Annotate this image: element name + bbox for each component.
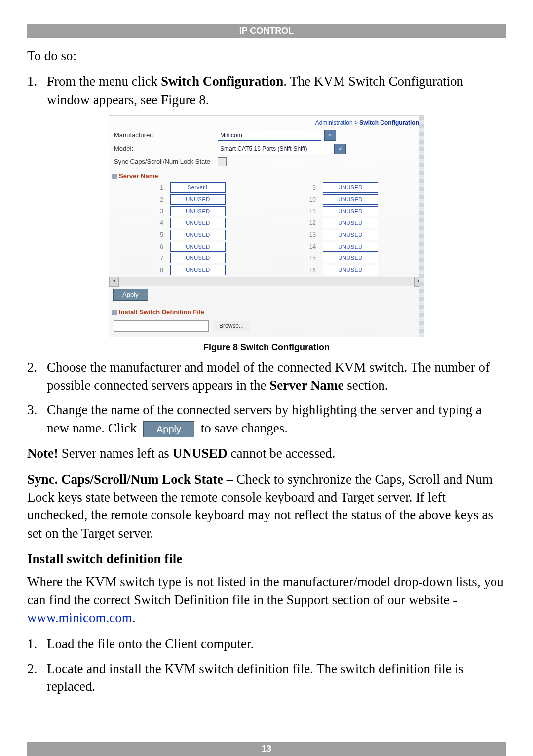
page-content: To do so: 1. From the menu click Switch … <box>0 38 533 695</box>
bold-text: Server Name <box>269 378 343 393</box>
server-index: 2 <box>114 196 170 204</box>
intro-text: To do so: <box>27 47 506 65</box>
server-grid: 1Server12UNUSED3UNUSED4UNUSED5UNUSED6UNU… <box>109 181 424 277</box>
website-link[interactable]: www.minicom.com <box>27 611 132 625</box>
server-name-cell[interactable]: UNUSED <box>323 218 378 228</box>
steps-list-a: 1. From the menu click Switch Configurat… <box>27 72 506 108</box>
server-name-header: Server Name <box>109 168 424 181</box>
file-path-input[interactable] <box>114 320 209 332</box>
step-number: 1. <box>27 72 47 108</box>
server-name-cell[interactable]: UNUSED <box>170 194 226 205</box>
server-name-cell[interactable]: UNUSED <box>170 206 226 216</box>
server-index: 6 <box>114 243 170 251</box>
step-body: Choose the manufacturer and model of the… <box>47 359 506 395</box>
model-label: Model: <box>114 144 218 153</box>
server-name-cell[interactable]: UNUSED <box>170 242 226 252</box>
step-body: Load the file onto the Client computer. <box>47 635 506 652</box>
server-index: 7 <box>114 254 170 262</box>
server-name-cell[interactable]: UNUSED <box>170 230 226 240</box>
server-index: 9 <box>266 184 323 192</box>
manufacturer-select[interactable]: Minicom <box>218 130 321 141</box>
step-number: 2. <box>27 359 47 395</box>
step-body: From the menu click Switch Configuration… <box>47 72 506 108</box>
step-number: 1. <box>27 635 47 652</box>
text: Where the KVM switch type is not listed … <box>27 575 504 607</box>
step-body: Locate and install the KVM switch defini… <box>47 660 506 696</box>
note-label: Note! <box>27 446 58 461</box>
server-name-cell[interactable]: UNUSED <box>323 265 378 275</box>
server-index: 15 <box>266 254 323 262</box>
inline-apply-button: Apply <box>143 421 194 437</box>
server-index: 4 <box>114 219 170 227</box>
server-name-cell[interactable]: Server1 <box>170 182 226 193</box>
server-index: 13 <box>266 231 323 239</box>
browse-button[interactable]: Browse... <box>213 321 250 331</box>
sync-lock-label: Sync Caps/Scroll/Num Lock State <box>114 157 218 166</box>
server-name-cell[interactable]: UNUSED <box>170 265 226 275</box>
sync-paragraph: Sync. Caps/Scroll/Num Lock State – Check… <box>27 470 506 542</box>
bold-text: Sync. Caps/Scroll/Num Lock State <box>27 472 223 487</box>
window-right-edge-deco <box>419 116 424 337</box>
text: section. <box>344 378 388 393</box>
breadcrumb-path: Administration > <box>315 119 360 126</box>
server-name-cell[interactable]: UNUSED <box>170 253 226 263</box>
page-header: IP CONTROL <box>27 24 506 38</box>
server-name-cell[interactable]: UNUSED <box>323 242 378 252</box>
manufacturer-label: Manufacturer: <box>114 131 218 140</box>
breadcrumb: Administration > Switch Configuration <box>109 116 424 128</box>
text: . <box>132 611 136 625</box>
steps-list-a-cont: 2. Choose the manufacturer and model of … <box>27 359 506 438</box>
server-index: 12 <box>266 219 323 227</box>
breadcrumb-current: Switch Configuration <box>359 119 419 126</box>
server-index: 1 <box>114 184 170 192</box>
text: to save changes. <box>197 421 288 435</box>
install-file-header: Install Switch Definition File <box>109 304 424 318</box>
text: Server names left as <box>58 446 173 461</box>
steps-list-b: 1. Load the file onto the Client compute… <box>27 635 506 695</box>
server-name-cell[interactable]: UNUSED <box>323 206 378 216</box>
figure-8: Administration > Switch Configuration Ma… <box>109 115 424 353</box>
server-name-cell[interactable]: UNUSED <box>323 230 378 240</box>
install-paragraph: Where the KVM switch type is not listed … <box>27 573 506 627</box>
bold-text: Switch Configuration <box>161 74 283 89</box>
note-paragraph: Note! Server names left as UNUSED cannot… <box>27 444 506 462</box>
server-name-cell[interactable]: UNUSED <box>170 218 226 228</box>
sync-lock-checkbox[interactable] <box>218 157 227 166</box>
step-number: 3. <box>27 401 47 437</box>
server-index: 10 <box>266 196 323 204</box>
switch-config-window: Administration > Switch Configuration Ma… <box>109 115 424 337</box>
scroll-left-icon[interactable]: ◄ <box>109 277 119 287</box>
step-body: Change the name of the connected servers… <box>47 401 506 437</box>
server-name-cell[interactable]: UNUSED <box>323 194 378 205</box>
figure-caption: Figure 8 Switch Configuration <box>109 341 424 353</box>
step-number: 2. <box>27 660 47 696</box>
server-name-cell[interactable]: UNUSED <box>323 182 378 193</box>
apply-button[interactable]: Apply <box>113 289 148 301</box>
text: Choose the manufacturer and model of the… <box>47 360 490 393</box>
server-index: 8 <box>114 266 170 274</box>
model-select[interactable]: Smart CAT5 16 Ports (Shift-Shift) <box>218 144 331 154</box>
server-index: 3 <box>114 207 170 215</box>
bold-text: UNUSED <box>173 446 228 461</box>
subsection-heading: Install switch definition file <box>27 550 506 568</box>
server-index: 14 <box>266 243 323 251</box>
horizontal-scrollbar[interactable]: ◄ ► <box>109 277 424 286</box>
server-index: 11 <box>266 207 323 215</box>
server-index: 16 <box>266 266 323 274</box>
text: From the menu click <box>47 74 161 89</box>
dropdown-icon[interactable]: » <box>324 130 336 141</box>
server-name-cell[interactable]: UNUSED <box>323 253 378 263</box>
server-index: 5 <box>114 231 170 239</box>
page-footer: 13 <box>27 742 506 756</box>
dropdown-icon[interactable]: » <box>334 144 346 154</box>
text: cannot be accessed. <box>228 446 336 461</box>
